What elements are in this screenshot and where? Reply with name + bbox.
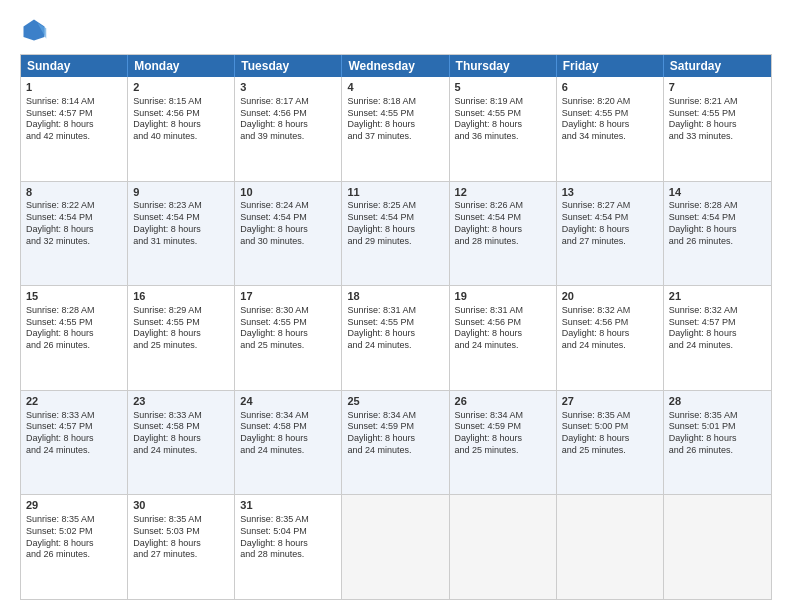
cell-line: Daylight: 8 hours: [133, 538, 229, 550]
day-cell-25: 25Sunrise: 8:34 AMSunset: 4:59 PMDayligh…: [342, 391, 449, 495]
cell-line: and 24 minutes.: [669, 340, 766, 352]
day-number: 15: [26, 289, 122, 304]
cell-line: Sunset: 4:54 PM: [240, 212, 336, 224]
day-number: 27: [562, 394, 658, 409]
cell-line: Sunrise: 8:35 AM: [26, 514, 122, 526]
cell-line: Daylight: 8 hours: [455, 224, 551, 236]
cell-line: and 24 minutes.: [26, 445, 122, 457]
cell-line: Daylight: 8 hours: [562, 433, 658, 445]
cell-line: Daylight: 8 hours: [240, 119, 336, 131]
cell-line: Daylight: 8 hours: [455, 328, 551, 340]
cell-line: and 24 minutes.: [240, 445, 336, 457]
cell-line: Sunrise: 8:34 AM: [347, 410, 443, 422]
day-cell-3: 3Sunrise: 8:17 AMSunset: 4:56 PMDaylight…: [235, 77, 342, 181]
day-cell-7: 7Sunrise: 8:21 AMSunset: 4:55 PMDaylight…: [664, 77, 771, 181]
cell-line: Daylight: 8 hours: [562, 328, 658, 340]
day-cell-21: 21Sunrise: 8:32 AMSunset: 4:57 PMDayligh…: [664, 286, 771, 390]
day-number: 4: [347, 80, 443, 95]
day-cell-23: 23Sunrise: 8:33 AMSunset: 4:58 PMDayligh…: [128, 391, 235, 495]
cell-line: and 31 minutes.: [133, 236, 229, 248]
day-cell-19: 19Sunrise: 8:31 AMSunset: 4:56 PMDayligh…: [450, 286, 557, 390]
cell-line: and 26 minutes.: [669, 445, 766, 457]
cell-line: Sunrise: 8:32 AM: [562, 305, 658, 317]
cell-line: and 34 minutes.: [562, 131, 658, 143]
cell-line: Sunset: 4:54 PM: [562, 212, 658, 224]
day-number: 23: [133, 394, 229, 409]
cell-line: Daylight: 8 hours: [133, 328, 229, 340]
logo-icon: [20, 16, 48, 44]
cell-line: Sunrise: 8:23 AM: [133, 200, 229, 212]
cell-line: Daylight: 8 hours: [347, 119, 443, 131]
day-number: 2: [133, 80, 229, 95]
cell-line: Daylight: 8 hours: [562, 224, 658, 236]
calendar-page: Sunday Monday Tuesday Wednesday Thursday…: [0, 0, 792, 612]
cell-line: Daylight: 8 hours: [455, 119, 551, 131]
cell-line: Daylight: 8 hours: [240, 433, 336, 445]
cell-line: Daylight: 8 hours: [26, 328, 122, 340]
cell-line: Sunrise: 8:19 AM: [455, 96, 551, 108]
day-cell-1: 1Sunrise: 8:14 AMSunset: 4:57 PMDaylight…: [21, 77, 128, 181]
svg-marker-0: [24, 20, 45, 41]
cell-line: Sunset: 4:55 PM: [133, 317, 229, 329]
cell-line: Sunset: 4:54 PM: [133, 212, 229, 224]
calendar-row-1: 1Sunrise: 8:14 AMSunset: 4:57 PMDaylight…: [21, 77, 771, 181]
cell-line: and 42 minutes.: [26, 131, 122, 143]
cell-line: Sunrise: 8:26 AM: [455, 200, 551, 212]
cell-line: Sunset: 4:54 PM: [347, 212, 443, 224]
day-number: 6: [562, 80, 658, 95]
day-number: 26: [455, 394, 551, 409]
day-cell-11: 11Sunrise: 8:25 AMSunset: 4:54 PMDayligh…: [342, 182, 449, 286]
day-cell-18: 18Sunrise: 8:31 AMSunset: 4:55 PMDayligh…: [342, 286, 449, 390]
cell-line: Sunset: 4:58 PM: [133, 421, 229, 433]
day-cell-2: 2Sunrise: 8:15 AMSunset: 4:56 PMDaylight…: [128, 77, 235, 181]
day-cell-5: 5Sunrise: 8:19 AMSunset: 4:55 PMDaylight…: [450, 77, 557, 181]
day-cell-13: 13Sunrise: 8:27 AMSunset: 4:54 PMDayligh…: [557, 182, 664, 286]
day-cell-14: 14Sunrise: 8:28 AMSunset: 4:54 PMDayligh…: [664, 182, 771, 286]
day-number: 20: [562, 289, 658, 304]
day-number: 17: [240, 289, 336, 304]
day-cell-31: 31Sunrise: 8:35 AMSunset: 5:04 PMDayligh…: [235, 495, 342, 599]
cell-line: and 28 minutes.: [240, 549, 336, 561]
cell-line: Sunset: 4:55 PM: [669, 108, 766, 120]
day-number: 29: [26, 498, 122, 513]
calendar-header: Sunday Monday Tuesday Wednesday Thursday…: [21, 55, 771, 77]
cell-line: and 37 minutes.: [347, 131, 443, 143]
cell-line: Sunrise: 8:35 AM: [133, 514, 229, 526]
cell-line: Sunrise: 8:22 AM: [26, 200, 122, 212]
day-number: 21: [669, 289, 766, 304]
header-monday: Monday: [128, 55, 235, 77]
calendar-row-5: 29Sunrise: 8:35 AMSunset: 5:02 PMDayligh…: [21, 494, 771, 599]
day-cell-15: 15Sunrise: 8:28 AMSunset: 4:55 PMDayligh…: [21, 286, 128, 390]
cell-line: Sunset: 4:54 PM: [455, 212, 551, 224]
day-cell-17: 17Sunrise: 8:30 AMSunset: 4:55 PMDayligh…: [235, 286, 342, 390]
cell-line: Daylight: 8 hours: [133, 433, 229, 445]
day-number: 22: [26, 394, 122, 409]
cell-line: Sunrise: 8:21 AM: [669, 96, 766, 108]
calendar-body: 1Sunrise: 8:14 AMSunset: 4:57 PMDaylight…: [21, 77, 771, 599]
cell-line: Sunrise: 8:27 AM: [562, 200, 658, 212]
day-number: 14: [669, 185, 766, 200]
cell-line: Sunset: 5:04 PM: [240, 526, 336, 538]
cell-line: Sunrise: 8:33 AM: [26, 410, 122, 422]
day-cell-6: 6Sunrise: 8:20 AMSunset: 4:55 PMDaylight…: [557, 77, 664, 181]
day-cell-24: 24Sunrise: 8:34 AMSunset: 4:58 PMDayligh…: [235, 391, 342, 495]
header-saturday: Saturday: [664, 55, 771, 77]
cell-line: and 30 minutes.: [240, 236, 336, 248]
cell-line: Sunrise: 8:14 AM: [26, 96, 122, 108]
cell-line: Daylight: 8 hours: [347, 433, 443, 445]
day-number: 1: [26, 80, 122, 95]
cell-line: Sunset: 4:55 PM: [347, 108, 443, 120]
calendar-row-4: 22Sunrise: 8:33 AMSunset: 4:57 PMDayligh…: [21, 390, 771, 495]
day-cell-8: 8Sunrise: 8:22 AMSunset: 4:54 PMDaylight…: [21, 182, 128, 286]
day-number: 5: [455, 80, 551, 95]
cell-line: Sunset: 5:01 PM: [669, 421, 766, 433]
cell-line: Sunrise: 8:31 AM: [347, 305, 443, 317]
cell-line: Sunrise: 8:30 AM: [240, 305, 336, 317]
cell-line: and 36 minutes.: [455, 131, 551, 143]
header-wednesday: Wednesday: [342, 55, 449, 77]
day-cell-28: 28Sunrise: 8:35 AMSunset: 5:01 PMDayligh…: [664, 391, 771, 495]
cell-line: Sunset: 4:57 PM: [26, 421, 122, 433]
cell-line: Daylight: 8 hours: [240, 538, 336, 550]
header-tuesday: Tuesday: [235, 55, 342, 77]
cell-line: and 26 minutes.: [26, 549, 122, 561]
